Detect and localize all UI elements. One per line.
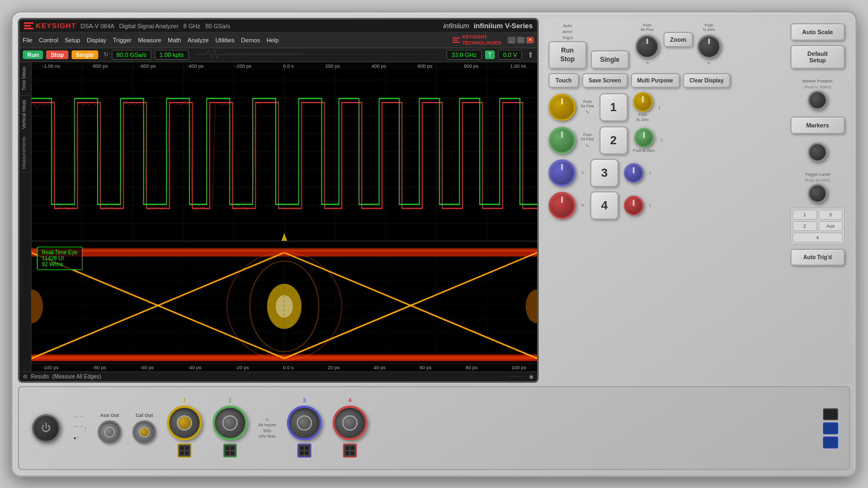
ch1-position-knob[interactable] [548,94,576,121]
lower-waveform: Real-Time Eye 11428 UI 92 Wfms -100 ps -… [31,241,537,371]
signal-icon-2: ⌒⌒↑ [73,425,87,433]
ch4-num: 4 [348,397,352,403]
screen-panel: KEYSIGHT DSA-V 084A Digital Signal Analy… [18,18,539,383]
clear-display-button[interactable]: Clear Display [683,73,730,88]
armt-label: Arm't [563,29,572,34]
cal-out-connector[interactable] [132,420,156,444]
ch2-connector-plug[interactable] [223,444,237,458]
ch1-bnc-connector[interactable] [167,406,202,440]
usb-port-1[interactable] [823,408,838,420]
ch2-connector-group: 2 [213,397,247,459]
zoom-button[interactable]: Zoom [663,32,693,47]
single-button[interactable]: Single [72,50,98,59]
ch3-num: 3 [303,397,306,403]
measure-label: (Measure All Edges) [52,374,101,380]
marker-position-knob[interactable] [808,91,827,110]
trigger-t-display: T [485,50,495,59]
trigger-info: 33.0 GHz T 0.0 V ⬆ [446,50,534,60]
measurements-tab[interactable]: Measurements [20,133,31,173]
trigger-level-knob[interactable] [808,184,827,203]
ch1-num: 1 [183,397,186,403]
ch1-push-fine: Pushfor Fine [581,100,594,109]
zoom-knob[interactable] [697,35,721,59]
title-bar: KEYSIGHT DSA-V 084A Digital Signal Analy… [20,20,537,33]
src-1[interactable]: 1 [793,210,817,220]
vertical-meas-tab[interactable]: Vertical Meas [20,95,31,133]
ch2-bnc-connector[interactable] [213,406,247,440]
maximize-button[interactable]: □ [517,37,525,43]
time-meas-tab[interactable]: Time Meas [20,62,31,95]
push-zero-label1: Pushto Zero [703,23,715,33]
src-4[interactable]: 4 [793,233,843,242]
menu-analyze[interactable]: Analyze [188,37,209,43]
ch1-connector-group: 1 [167,397,202,459]
status-bar: ⚙ Results (Measure All Edges) ⋯⋯⋯ ◉ [20,371,537,381]
ch3-button[interactable]: 3 [590,159,618,187]
markers-button[interactable]: Markers [790,117,845,134]
auto-scale-button[interactable]: Auto Scale [790,23,845,41]
menu-utilities[interactable]: Utilities [215,37,234,43]
channel-1-row: Pushfor Fine ∿ 1 Pushto Zero ↕ [548,92,786,122]
src-3[interactable]: 3 [819,210,843,220]
ch4-bnc-connector[interactable] [333,406,367,440]
menu-display[interactable]: Display [87,37,106,43]
single-hw-button[interactable]: Single [591,50,629,69]
marker-knob-2[interactable] [808,143,827,162]
ch4-scale-knob[interactable] [624,196,643,215]
screen-content: Time Meas Vertical Meas Measurements [20,62,537,371]
save-screen-button[interactable]: Save Screen [582,73,628,88]
menu-bar: File Control Setup Display Trigger Measu… [20,33,537,48]
menu-demos[interactable]: Demos [241,37,260,43]
auto-trig-button[interactable]: Auto Trig'd [790,249,845,266]
multi-purpose-button[interactable]: Multi Purpose [631,73,680,88]
upper-wave-svg [31,62,537,241]
stop-button[interactable]: Stop [46,50,68,59]
run-button[interactable]: Run [23,50,43,59]
menu-setup[interactable]: Setup [65,37,80,43]
infiniium-logo: infiniium [443,22,469,30]
usb-port-3[interactable] [823,436,838,448]
ch1-scale-knob[interactable] [633,92,653,112]
close-button[interactable]: ✕ [526,37,534,43]
usb-port-2[interactable] [823,422,838,434]
menu-help[interactable]: Help [266,37,279,43]
src-aux[interactable]: Aux [819,221,843,231]
ch3-position-knob[interactable] [548,159,576,187]
menu-measure[interactable]: Measure [138,37,161,43]
waveform-area: -1.00 ns -800 ps -600 ps -400 ps -200 ps… [31,62,537,371]
touch-button[interactable]: Touch [548,73,579,88]
menu-file[interactable]: File [23,37,33,43]
ch2-num: 2 [228,397,232,403]
ch1-push-zero: Pushto Zero [637,113,649,122]
ch4-button[interactable]: 4 [590,191,618,220]
ch3-bnc-connector[interactable] [287,406,322,440]
keysight-logo: KEYSIGHT [24,22,76,30]
src-2[interactable]: 2 [793,221,817,231]
default-setup-button[interactable]: Default Setup [790,45,845,69]
all-inputs-label: ⚠ All Inputs 50Ω ±5V Max [258,417,276,440]
aux-out-connector[interactable] [98,420,122,444]
ch1-connector-plug[interactable] [177,444,192,458]
toolbar: Run Stop Single ↻ 80.0 GSa/s 1.00 kpts 3… [20,48,537,62]
ch1-button[interactable]: 1 [599,93,628,121]
oscilloscope: KEYSIGHT DSA-V 084A Digital Signal Analy… [11,11,857,477]
menu-control[interactable]: Control [39,37,58,43]
run-stop-button[interactable]: Run Stop [548,41,586,69]
minimize-button[interactable]: _ [508,37,515,43]
ch3-scale-knob[interactable] [624,163,643,183]
push-fine-label1: Pushfor Fine [641,23,654,33]
ch4-connector-plug[interactable] [343,444,357,458]
ch2-push-zero: Push to Zero [633,149,655,153]
menu-trigger[interactable]: Trigger [113,37,131,43]
vseries-label: infiniium V-Series [474,22,533,30]
power-button[interactable]: ⏻ [32,414,60,442]
ch4-connector-group: 4 [333,397,367,459]
ch2-scale-knob[interactable] [634,128,654,147]
ch4-position-knob[interactable] [548,192,576,219]
trigger-level-label: Trigger Level [805,172,830,177]
ch2-position-knob[interactable] [548,127,576,154]
menu-math[interactable]: Math [168,37,181,43]
ch3-connector-plug[interactable] [297,444,311,458]
main-knob[interactable] [635,35,659,59]
ch2-button[interactable]: 2 [599,126,628,155]
